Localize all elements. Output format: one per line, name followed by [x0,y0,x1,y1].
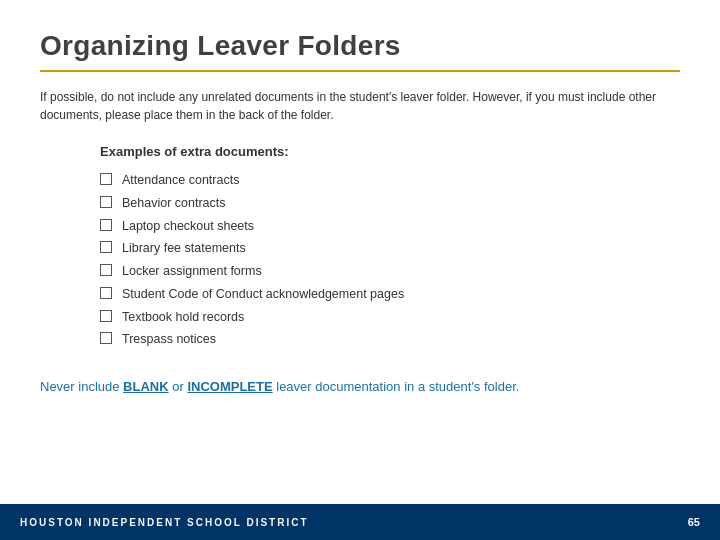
footer-page-number: 65 [688,516,700,528]
footer-org: HOUSTON INDEPENDENT SCHOOL DISTRICT [20,517,309,528]
checkbox-icon [100,264,112,276]
list-item: Library fee statements [100,239,680,258]
checkbox-icon [100,219,112,231]
list-item-text: Library fee statements [122,239,246,258]
list-item: Locker assignment forms [100,262,680,281]
list-item-text: Locker assignment forms [122,262,262,281]
list-item-text: Textbook hold records [122,308,244,327]
list-item-text: Behavior contracts [122,194,226,213]
examples-section: Examples of extra documents: Attendance … [100,144,680,349]
checkbox-icon [100,310,112,322]
list-item-text: Laptop checkout sheets [122,217,254,236]
checkbox-icon [100,196,112,208]
never-include-statement: Never include BLANK or INCOMPLETE leaver… [40,379,680,394]
checkbox-icon [100,287,112,299]
list-item: Behavior contracts [100,194,680,213]
footer: HOUSTON INDEPENDENT SCHOOL DISTRICT 65 [0,504,720,540]
title-underline [40,70,680,72]
checklist: Attendance contractsBehavior contractsLa… [100,171,680,349]
intro-paragraph: If possible, do not include any unrelate… [40,88,680,124]
list-item: Trespass notices [100,330,680,349]
list-item: Student Code of Conduct acknowledgement … [100,285,680,304]
checkbox-icon [100,241,112,253]
incomplete-label: INCOMPLETE [187,379,272,394]
never-include-middle: or [169,379,188,394]
list-item: Attendance contracts [100,171,680,190]
blank-label: BLANK [123,379,169,394]
list-item-text: Student Code of Conduct acknowledgement … [122,285,404,304]
list-item-text: Attendance contracts [122,171,239,190]
page: Organizing Leaver Folders If possible, d… [0,0,720,540]
checkbox-icon [100,173,112,185]
checkbox-icon [100,332,112,344]
examples-heading: Examples of extra documents: [100,144,680,159]
list-item-text: Trespass notices [122,330,216,349]
never-include-prefix: Never include [40,379,123,394]
page-title: Organizing Leaver Folders [40,30,680,62]
list-item: Textbook hold records [100,308,680,327]
never-include-suffix: leaver documentation in a student's fold… [273,379,520,394]
list-item: Laptop checkout sheets [100,217,680,236]
